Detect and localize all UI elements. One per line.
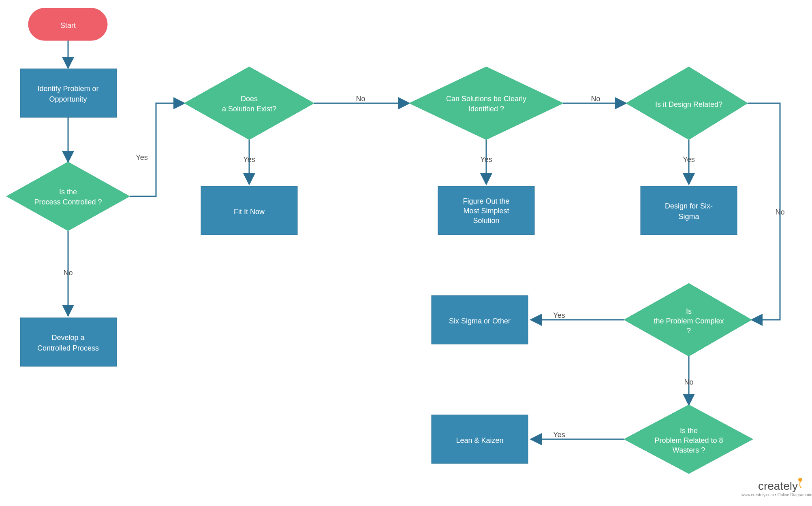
controlled-l1: Is the	[59, 188, 77, 196]
label-yes: Yes	[480, 155, 492, 164]
dfss-l1: Design for Six-	[665, 202, 713, 210]
wasters-l3: Wasters ?	[673, 446, 705, 454]
controlled-l2: Process Controlled ?	[34, 198, 102, 206]
complex-l2: the Problem Complex	[654, 317, 724, 325]
complex-l3: ?	[687, 327, 691, 335]
develop-node	[20, 318, 117, 366]
brand-logo: creately www.creately.com • Online Diagr…	[741, 478, 812, 497]
develop-l1: Develop a	[51, 334, 85, 342]
solexist-node	[184, 67, 314, 140]
solexist-l2: a Solution Exist?	[222, 105, 276, 113]
fitit-text: Fit It Now	[234, 208, 265, 216]
brand-name: creately	[758, 480, 798, 492]
identify-node	[20, 69, 117, 117]
label-no: No	[684, 378, 693, 386]
flowchart-canvas: No Yes Yes No Yes No Yes No Yes No Yes S…	[0, 0, 812, 506]
start-text: Start	[60, 21, 76, 30]
label-yes: Yes	[683, 155, 694, 164]
figure-l2: Most Simplest	[463, 207, 509, 215]
wasters-l2: Problem Related to 8	[654, 436, 723, 444]
canident-l1: Can Solutions be Clearly	[446, 95, 526, 103]
lean-text: Lean & Kaizen	[456, 436, 503, 444]
figure-l3: Solution	[473, 217, 499, 225]
controlled-node	[6, 162, 130, 231]
label-no: No	[591, 95, 600, 103]
complex-l1: Is	[686, 307, 692, 315]
figure-l1: Figure Out the	[463, 197, 509, 205]
label-yes: Yes	[243, 155, 255, 164]
dfss-l2: Sigma	[678, 213, 699, 221]
sixsigma-text: Six Sigma or Other	[449, 317, 511, 325]
develop-l2: Controlled Process	[37, 344, 99, 352]
label-yes: Yes	[553, 431, 565, 439]
canident-l2: Identified ?	[468, 105, 504, 113]
edge-controlled-solexist	[130, 103, 184, 196]
label-no: No	[775, 208, 784, 216]
label-yes: Yes	[553, 311, 565, 319]
design-l1: Is it Design Related?	[655, 100, 722, 108]
identify-l2: Opportunity	[49, 95, 87, 103]
dfss-node	[641, 186, 737, 235]
label-no: No	[63, 269, 73, 277]
canident-node	[409, 67, 563, 140]
wasters-l1: Is the	[680, 427, 698, 435]
brand-sub: www.creately.com • Online Diagramming	[741, 493, 812, 497]
solexist-l1: Does	[241, 95, 258, 103]
label-yes: Yes	[136, 153, 147, 162]
label-no: No	[356, 95, 365, 103]
identify-l1: Identify Problem or	[37, 85, 98, 93]
